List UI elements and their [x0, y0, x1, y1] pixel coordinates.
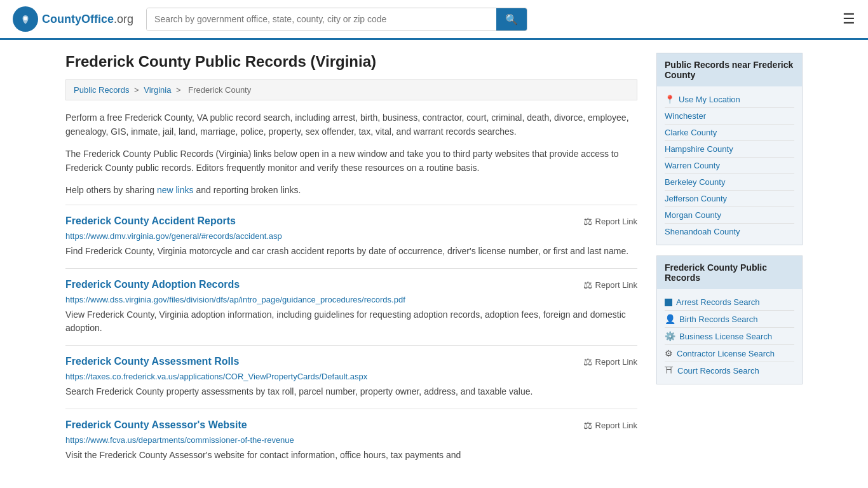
record-url: https://taxes.co.frederick.va.us/applica… [65, 372, 637, 381]
record-header: Frederick County Assessor's Website ⚖ Re… [65, 419, 637, 431]
fc-record-link[interactable]: ⛩Court Records Search [665, 362, 794, 379]
nearby-place-link[interactable]: Berkeley County [665, 174, 794, 191]
svg-point-1 [24, 17, 27, 20]
record-section: Frederick County Adoption Records ⚖ Repo… [65, 268, 637, 345]
record-title-link[interactable]: Frederick County Assessor's Website [65, 419, 247, 431]
breadcrumb-link-virginia[interactable]: Virginia [144, 85, 171, 95]
fc-records-list: Arrest Records Search👤Birth Records Sear… [665, 294, 794, 379]
menu-button[interactable]: ☰ [843, 12, 855, 26]
fc-record-link[interactable]: ⚙️Business License Search [665, 328, 794, 345]
use-my-location-link[interactable]: 📍 Use My Location [665, 92, 794, 108]
building-icon: ⛩ [665, 365, 674, 376]
search-bar: 🔍 [146, 8, 527, 31]
report-icon: ⚖ [583, 279, 592, 291]
fc-record-label: Contractor License Search [677, 349, 775, 358]
record-url: https://www.dmv.virginia.gov/general/#re… [65, 231, 637, 241]
fc-record-link[interactable]: 👤Birth Records Search [665, 311, 794, 328]
fc-record-label: Court Records Search [677, 366, 759, 376]
record-desc: View Frederick County, Virginia adoption… [65, 308, 637, 335]
person-icon: 👤 [665, 314, 675, 324]
report-link-button[interactable]: ⚖ Report Link [583, 215, 637, 227]
search-button[interactable]: 🔍 [496, 8, 527, 30]
main-content: Frederick County Public Records (Virgini… [65, 53, 637, 472]
report-link-label: Report Link [595, 421, 637, 430]
description-3: Help others by sharing new links and rep… [65, 183, 637, 197]
record-desc: Visit the Frederick County Assessor's we… [65, 449, 637, 462]
square-icon [665, 299, 672, 306]
description-2: The Frederick County Public Records (Vir… [65, 147, 637, 175]
report-link-button[interactable]: ⚖ Report Link [583, 419, 637, 431]
fc-record-label: Arrest Records Search [676, 297, 760, 307]
report-icon: ⚖ [583, 215, 592, 227]
report-icon: ⚖ [583, 356, 592, 368]
nearby-place-link[interactable]: Winchester [665, 108, 794, 125]
fc-records-body: Arrest Records Search👤Birth Records Sear… [657, 289, 802, 384]
report-link-button[interactable]: ⚖ Report Link [583, 279, 637, 291]
new-links-link[interactable]: new links [157, 185, 194, 195]
fc-records-section: Frederick County Public Records Arrest R… [656, 255, 803, 384]
record-section: Frederick County Assessment Rolls ⚖ Repo… [65, 345, 637, 409]
nearby-body: 📍 Use My Location WinchesterClarke Count… [657, 86, 802, 245]
page-container: Frederick County Public Records (Virgini… [53, 40, 815, 485]
report-link-button[interactable]: ⚖ Report Link [583, 356, 637, 368]
record-section: Frederick County Assessor's Website ⚖ Re… [65, 409, 637, 472]
search-input[interactable] [147, 8, 496, 30]
record-desc: Search Frederick County property assessm… [65, 385, 637, 398]
record-title-link[interactable]: Frederick County Accident Reports [65, 215, 236, 227]
nearby-place-link[interactable]: Warren County [665, 158, 794, 174]
report-link-label: Report Link [595, 357, 637, 367]
record-url: https://www.fcva.us/departments/commissi… [65, 435, 637, 445]
record-header: Frederick County Assessment Rolls ⚖ Repo… [65, 356, 637, 368]
logo-link[interactable]: CountyOffice.org [13, 6, 133, 32]
record-desc: Find Frederick County, Virginia motorcyc… [65, 245, 637, 258]
record-header: Frederick County Accident Reports ⚖ Repo… [65, 215, 637, 227]
nearby-section: Public Records near Frederick County 📍 U… [656, 53, 803, 245]
page-title: Frederick County Public Records (Virgini… [65, 53, 637, 71]
gear2-icon: ⚙️ [665, 331, 675, 341]
fc-record-label: Business License Search [679, 332, 772, 341]
record-url: https://www.dss.virginia.gov/files/divis… [65, 295, 637, 304]
sidebar: Public Records near Frederick County 📍 U… [656, 53, 803, 472]
fc-records-title: Frederick County Public Records [657, 256, 802, 289]
logo-text: CountyOffice.org [42, 13, 133, 26]
logo-icon [13, 6, 38, 32]
header: CountyOffice.org 🔍 ☰ [0, 0, 868, 40]
nearby-places-list: WinchesterClarke CountyHampshire CountyW… [665, 108, 794, 240]
gear-icon: ⚙ [665, 348, 673, 358]
nearby-title: Public Records near Frederick County [657, 53, 802, 86]
record-section: Frederick County Accident Reports ⚖ Repo… [65, 205, 637, 268]
records-list: Frederick County Accident Reports ⚖ Repo… [65, 205, 637, 472]
report-link-label: Report Link [595, 280, 637, 290]
record-title-link[interactable]: Frederick County Adoption Records [65, 279, 240, 290]
report-link-label: Report Link [595, 217, 637, 226]
breadcrumb-link-public-records[interactable]: Public Records [74, 85, 129, 95]
nearby-place-link[interactable]: Hampshire County [665, 141, 794, 158]
nearby-place-link[interactable]: Clarke County [665, 125, 794, 141]
fc-record-label: Birth Records Search [679, 315, 758, 324]
fc-record-link[interactable]: ⚙Contractor License Search [665, 345, 794, 362]
breadcrumb: Public Records > Virginia > Frederick Co… [65, 79, 637, 100]
nearby-place-link[interactable]: Jefferson County [665, 191, 794, 207]
fc-record-link[interactable]: Arrest Records Search [665, 294, 794, 311]
nearby-place-link[interactable]: Shenandoah County [665, 224, 794, 240]
report-icon: ⚖ [583, 419, 592, 431]
record-header: Frederick County Adoption Records ⚖ Repo… [65, 279, 637, 291]
nearby-place-link[interactable]: Morgan County [665, 207, 794, 224]
location-icon: 📍 [665, 95, 675, 104]
record-title-link[interactable]: Frederick County Assessment Rolls [65, 356, 239, 367]
description-1: Perform a free Frederick County, VA publ… [65, 111, 637, 139]
breadcrumb-current: Frederick County [188, 85, 251, 95]
